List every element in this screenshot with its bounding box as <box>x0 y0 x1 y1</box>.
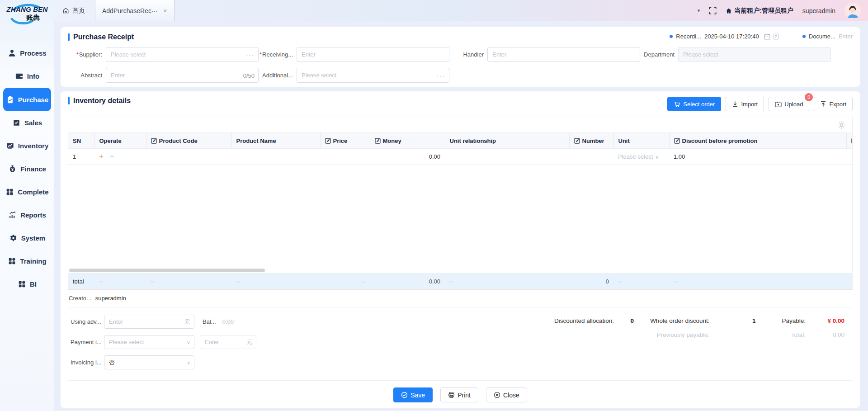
col-product-name[interactable]: Product Name <box>231 133 320 149</box>
sidebar-item-reports[interactable]: Reports <box>0 203 54 227</box>
avatar[interactable] <box>844 3 861 19</box>
supplier-select[interactable] <box>106 47 259 62</box>
col-price[interactable]: Price <box>320 133 370 149</box>
col-operate[interactable]: Operate <box>94 133 146 149</box>
creator-label: Creato... <box>69 295 91 302</box>
top-bar: 首页 AddPurchaseRec⋯ × ▾ 当前租户:管理员租户 supera… <box>54 0 868 21</box>
money-bag-icon <box>8 165 17 173</box>
cell-product-name[interactable] <box>231 149 320 165</box>
sidebar-item-process[interactable]: Process <box>0 42 54 65</box>
col-unit-relationship[interactable]: Unit relationship <box>445 133 569 149</box>
export-button[interactable]: Export <box>814 97 853 111</box>
col-unit[interactable]: Unit <box>613 133 669 149</box>
sidebar-item-purchase[interactable]: Purchase <box>3 88 51 111</box>
col-money[interactable]: Money <box>370 133 445 149</box>
document-number-input[interactable]: Enter <box>839 33 853 40</box>
field-using-advance: Using adv... 元 Bal... 0.00 <box>71 315 256 329</box>
tab-home[interactable]: 首页 <box>54 7 95 15</box>
payment-fields: Using adv... 元 Bal... 0.00 Payment <box>71 315 256 376</box>
current-tenant[interactable]: 当前租户:管理员租户 <box>726 7 793 15</box>
scrollbar-thumb[interactable] <box>69 269 265 272</box>
sidebar-item-sales[interactable]: Sales <box>0 111 54 134</box>
payable-label: Payable: <box>760 317 806 324</box>
cell-unit-relationship[interactable] <box>445 149 569 165</box>
cell-number[interactable] <box>569 149 613 165</box>
col-discount-before-promotion[interactable]: Discount before promotion <box>669 133 846 149</box>
col-sn[interactable]: SN <box>68 133 94 149</box>
tab-home-label: 首页 <box>72 7 85 15</box>
save-button[interactable]: Save <box>393 387 433 402</box>
using-advance-input[interactable] <box>104 315 194 329</box>
field-invoicing: Invoicing i... 否 ∨ <box>71 355 256 369</box>
total-price: -- <box>320 274 370 290</box>
table-settings-gear-icon[interactable] <box>837 121 846 129</box>
yuan-suffix: 元 <box>246 338 252 346</box>
add-row-button[interactable]: + <box>99 152 104 161</box>
total-label: Total: <box>760 331 806 338</box>
close-button[interactable]: Close <box>486 387 527 402</box>
printer-icon <box>448 392 455 398</box>
table-empty-space <box>68 165 852 268</box>
header-row: SN Operate Product Code Product Name Pri… <box>68 133 852 149</box>
tab-add-purchase-receipt[interactable]: AddPurchaseRec⋯ × <box>95 0 175 21</box>
unit-select[interactable]: Please select∨ <box>618 153 659 160</box>
calendar-icon[interactable] <box>764 33 770 40</box>
cell-discount[interactable]: 1.00 <box>669 149 846 165</box>
payment-method-select[interactable] <box>104 335 194 349</box>
sidebar-item-label: Finance <box>20 165 46 173</box>
ellipsis-icon[interactable]: ··· <box>246 51 255 58</box>
chevron-down-icon: ∨ <box>655 154 659 160</box>
ellipsis-icon[interactable]: ··· <box>437 72 445 79</box>
bar-chart-arrow-icon <box>8 211 17 219</box>
sidebar-item-complete[interactable]: Complete <box>0 180 54 203</box>
col-product-code[interactable]: Product Code <box>146 133 231 149</box>
total-unit: -- <box>613 274 669 290</box>
cell-money[interactable]: 0.00 <box>370 149 445 165</box>
handler-input[interactable] <box>487 47 640 62</box>
upload-count-badge: 0 <box>805 93 813 101</box>
box-check-icon <box>12 118 21 127</box>
sidebar-item-finance[interactable]: Finance <box>0 157 54 180</box>
edit-icon <box>674 138 680 144</box>
creator-row: Creato... superadmin <box>69 295 852 302</box>
username[interactable]: superadmin <box>802 7 835 14</box>
person-icon <box>8 49 16 57</box>
required-asterisk: * <box>76 51 79 58</box>
print-button[interactable]: Print <box>440 387 478 402</box>
sidebar-item-system[interactable]: System <box>0 227 54 250</box>
cell-price[interactable] <box>320 149 370 165</box>
grid-dot-icon <box>8 257 16 265</box>
inventory-table: SN Operate Product Code Product Name Pri… <box>68 117 853 290</box>
remove-row-button[interactable]: − <box>110 152 114 161</box>
receiving-input[interactable] <box>297 47 449 62</box>
fullscreen-icon[interactable] <box>709 7 717 14</box>
brand-name-en: ZHANG BEN <box>0 5 54 13</box>
check-circle-icon <box>401 392 408 398</box>
chevron-down-icon: ∨ <box>187 359 190 365</box>
balance-value: 0.00 <box>222 318 234 325</box>
upload-button[interactable]: Upload <box>769 97 809 111</box>
sidebar-item-label: Reports <box>20 211 46 219</box>
caret-down-icon[interactable]: ▾ <box>698 8 700 14</box>
department-select[interactable] <box>678 47 831 62</box>
abstract-label: Abstract <box>80 72 102 79</box>
additional-select[interactable] <box>297 68 449 83</box>
inventory-details-card: Inventory details Select order Import <box>61 91 860 408</box>
sidebar-item-training[interactable]: Training <box>0 250 54 273</box>
sidebar-item-inventory[interactable]: Inventory <box>0 134 54 157</box>
import-button[interactable]: Import <box>726 97 764 111</box>
field-handler: Handler <box>449 47 640 62</box>
invoicing-select[interactable]: 否 <box>104 355 194 369</box>
select-order-button[interactable]: Select order <box>667 97 721 111</box>
document-icon[interactable] <box>773 33 779 40</box>
sidebar-item-info[interactable]: Info <box>0 65 54 88</box>
document-number-label: Docume... <box>809 33 835 40</box>
folder-upload-icon <box>775 101 782 107</box>
col-number[interactable]: Number <box>569 133 613 149</box>
title-accent-bar <box>68 33 70 41</box>
sidebar-item-bi[interactable]: BI <box>0 273 54 296</box>
cell-product-code[interactable] <box>146 149 231 165</box>
recording-time-value[interactable]: 2025-04-10 17:20:40 <box>704 33 759 40</box>
tab-close-icon[interactable]: × <box>163 7 167 14</box>
abstract-input[interactable] <box>106 68 259 83</box>
